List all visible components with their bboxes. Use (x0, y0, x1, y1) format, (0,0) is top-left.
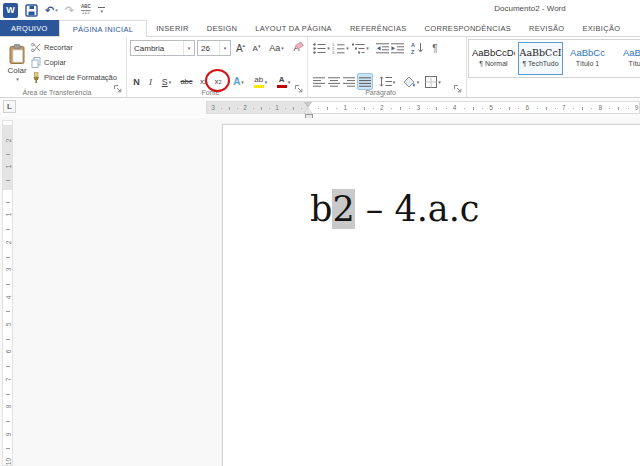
font-size-combobox[interactable]: 26 ▾ (197, 40, 231, 56)
spelling-abc-123-icon[interactable]: ABC 123 (81, 5, 91, 15)
ruler-mark (509, 107, 510, 110)
ruler-mark (253, 108, 254, 109)
ribbon-tab-row: ARQUIVOPÁGINA INICIALINSERIRDESIGNLAYOUT… (0, 20, 640, 37)
line-spacing-icon (379, 76, 392, 87)
shading-bucket-icon (403, 76, 416, 88)
style-card-titu[interactable]: AaBbTítu (612, 42, 640, 75)
font-size-dropdown-icon[interactable]: ▾ (219, 41, 230, 55)
font-family-value: Cambria (134, 44, 164, 53)
font-family-combobox[interactable]: Cambria ▾ (130, 40, 195, 56)
underline-caret-icon[interactable]: ▾ (169, 79, 172, 85)
style-card-normal[interactable]: AaBbCcDc¶ Normal (471, 42, 516, 75)
ruler-mark (618, 107, 619, 110)
tab-layout-da-pagina[interactable]: LAYOUT DA PÁGINA (246, 20, 341, 36)
paragraph-dialog-launcher-icon[interactable] (454, 85, 463, 94)
superscript-button[interactable]: x2 (211, 73, 225, 90)
copy-button[interactable]: Copiar (31, 56, 66, 69)
clipboard-icon (9, 44, 26, 65)
show-paragraph-marks-button[interactable]: ¶ (428, 40, 442, 56)
tab-revisao[interactable]: REVISÃO (520, 20, 573, 36)
shading-button[interactable]: ▾ (401, 73, 421, 90)
style-preview: AaBbCcDc (472, 47, 515, 58)
align-right-button[interactable] (342, 73, 356, 90)
ruler-mark (591, 108, 592, 109)
tab-inserir[interactable]: INSERIR (147, 20, 198, 36)
cut-label: Recortar (44, 43, 73, 52)
ruler-mark: 5 (489, 104, 493, 111)
document-canvas[interactable]: b2 – 4.a.c (0, 118, 640, 466)
text-highlight-button[interactable]: ab ▾ (250, 73, 271, 90)
customize-qat-button[interactable]: ▾ (98, 7, 105, 13)
style-card-titulo-1[interactable]: AaBbCcTítulo 1 (565, 42, 610, 75)
redo-button[interactable]: ↷ (65, 4, 74, 17)
ruler-mark: 5 (5, 320, 12, 329)
vertical-ruler[interactable]: 2112345678910 (2, 120, 13, 466)
change-case-button[interactable]: Aa▾ (266, 40, 287, 56)
decrease-indent-button[interactable] (375, 40, 389, 56)
bullets-button[interactable]: ▾ (312, 40, 331, 56)
ruler-mark (6, 366, 10, 367)
document-page[interactable]: b2 – 4.a.c (222, 124, 640, 466)
font-color-button[interactable]: A ▾ (273, 73, 294, 90)
ruler-mark (229, 107, 230, 110)
line-spacing-button[interactable]: ▾ (377, 73, 397, 90)
align-center-button[interactable] (327, 73, 341, 90)
underline-button[interactable]: S▾ (158, 73, 175, 90)
tab-arquivo[interactable]: ARQUIVO (0, 20, 59, 36)
clear-formatting-button[interactable]: A (289, 40, 304, 56)
ruler-mark (427, 108, 428, 109)
save-icon[interactable] (25, 4, 38, 17)
sort-button[interactable]: A Z (409, 40, 426, 56)
tab-referencias[interactable]: REFERÊNCIAS (341, 20, 416, 36)
ribbon: Colar ▾ Recortar Copiar Pincel d (0, 37, 640, 98)
ruler-mark (327, 107, 328, 110)
multilevel-list-button[interactable]: ▾ (350, 40, 371, 56)
bold-button[interactable]: N (130, 73, 143, 90)
italic-button[interactable]: I (145, 73, 156, 90)
text-before-selection: b (310, 189, 332, 229)
align-left-icon (313, 77, 325, 87)
ruler-mark (555, 108, 556, 109)
cut-button[interactable]: Recortar (31, 41, 73, 54)
tab-stop-selector[interactable]: L (3, 100, 16, 113)
tab-exibicao[interactable]: EXIBIÇÃO (574, 20, 630, 36)
tab-pagina-inicial[interactable]: PÁGINA INICIAL (59, 20, 147, 37)
format-painter-icon (31, 72, 41, 83)
first-line-indent-marker[interactable] (304, 102, 312, 107)
undo-button[interactable]: ↶▾ (45, 4, 58, 17)
font-family-dropdown-icon[interactable]: ▾ (183, 41, 194, 55)
grow-font-button[interactable]: A▴ (233, 40, 248, 56)
text-after-selection: – 4.a.c (355, 189, 480, 229)
ruler-mark (482, 108, 483, 109)
format-painter-button[interactable]: Pincel de Formatação (31, 71, 117, 84)
horizontal-ruler[interactable]: 321123456789 (206, 101, 640, 114)
ruler-mark: 9 (5, 430, 12, 439)
ruler-mark: 7 (5, 375, 12, 384)
text-effects-button[interactable]: A▾ (229, 73, 248, 90)
align-left-button[interactable] (312, 73, 326, 90)
style-name: ¶ TechTudo (519, 60, 562, 67)
style-name: Título 1 (566, 60, 609, 67)
shrink-font-button[interactable]: A▾ (249, 40, 264, 56)
font-dialog-launcher-icon[interactable] (295, 85, 304, 94)
justify-button[interactable] (357, 73, 373, 90)
increase-indent-button[interactable] (390, 40, 404, 56)
document-text[interactable]: b2 – 4.a.c (310, 189, 479, 229)
style-card-techtudo[interactable]: AaBbCcI¶ TechTudo (518, 42, 563, 75)
hanging-indent-marker[interactable] (304, 108, 312, 113)
decrease-indent-icon (376, 43, 389, 54)
strikethrough-button[interactable]: abc (178, 73, 195, 90)
paste-button[interactable]: Colar ▾ (4, 39, 30, 86)
numbering-button[interactable]: 1. 2. 3. ▾ (331, 40, 350, 56)
ruler-mark: 8 (5, 402, 12, 411)
font-color-bar (277, 85, 287, 88)
tab-design[interactable]: DESIGN (198, 20, 247, 36)
tab-correspondencias[interactable]: CORRESPONDÊNCIAS (416, 20, 520, 36)
align-right-icon (343, 77, 355, 87)
window-title: Documento2 - Word (430, 4, 630, 13)
subscript-button[interactable]: x2 (197, 73, 210, 90)
ruler-mark: 3 (211, 104, 215, 111)
clipboard-dialog-launcher-icon[interactable] (114, 85, 123, 94)
ruler-mark (6, 202, 10, 203)
borders-button[interactable]: ▾ (423, 73, 443, 90)
